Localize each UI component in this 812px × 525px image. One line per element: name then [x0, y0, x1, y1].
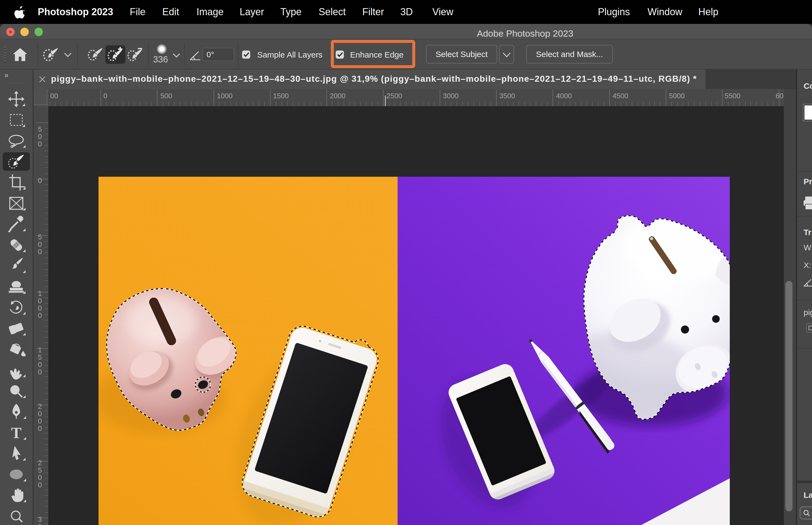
svg-text:T: T	[11, 424, 22, 442]
svg-text:»: »	[4, 71, 9, 79]
